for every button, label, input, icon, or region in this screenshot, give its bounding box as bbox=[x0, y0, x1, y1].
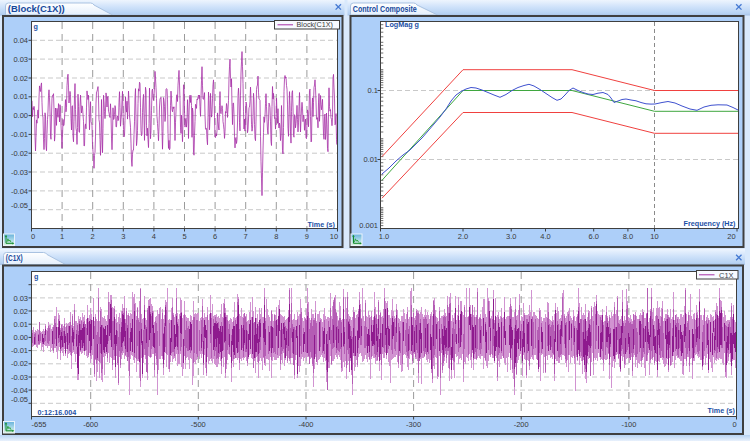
svg-text:-300: -300 bbox=[406, 420, 421, 429]
svg-text:2: 2 bbox=[91, 232, 95, 241]
svg-text:1.0: 1.0 bbox=[379, 232, 389, 241]
svg-text:0:12:16.004: 0:12:16.004 bbox=[38, 408, 77, 417]
svg-text:9: 9 bbox=[305, 232, 309, 241]
svg-text:0.01: 0.01 bbox=[13, 92, 28, 101]
svg-text:-0.03: -0.03 bbox=[11, 168, 28, 177]
svg-text:Control Composite: Control Composite bbox=[353, 4, 417, 14]
svg-text:-0.05: -0.05 bbox=[11, 201, 28, 210]
svg-text:g: g bbox=[34, 22, 38, 31]
svg-text:-0.01: -0.01 bbox=[11, 346, 28, 355]
svg-text:1: 1 bbox=[60, 232, 64, 241]
svg-text:(Block(C1X)): (Block(C1X)) bbox=[8, 4, 65, 14]
svg-text:-100: -100 bbox=[621, 420, 636, 429]
svg-text:0.04: 0.04 bbox=[13, 36, 28, 45]
svg-text:Time (s): Time (s) bbox=[308, 220, 336, 229]
svg-text:-0.05: -0.05 bbox=[11, 395, 28, 404]
svg-text:3: 3 bbox=[121, 232, 125, 241]
svg-text:-0.02: -0.02 bbox=[11, 359, 28, 368]
svg-text:C1X: C1X bbox=[719, 271, 734, 280]
svg-text:Block(C1X): Block(C1X) bbox=[297, 20, 333, 29]
svg-text:(C1X): (C1X) bbox=[6, 253, 23, 263]
svg-text:0: 0 bbox=[732, 420, 736, 429]
svg-text:6.0: 6.0 bbox=[588, 232, 598, 241]
svg-text:0.03: 0.03 bbox=[13, 294, 28, 303]
svg-text:-600: -600 bbox=[83, 420, 98, 429]
svg-text:LogMag g: LogMag g bbox=[385, 20, 419, 29]
svg-text:0.00: 0.00 bbox=[13, 111, 28, 120]
svg-text:10: 10 bbox=[330, 232, 338, 241]
svg-text:0: 0 bbox=[31, 232, 35, 241]
svg-text:0.01: 0.01 bbox=[13, 320, 28, 329]
svg-text:Frequency (Hz): Frequency (Hz) bbox=[684, 219, 737, 228]
svg-text:0.02: 0.02 bbox=[13, 307, 28, 316]
svg-text:-500: -500 bbox=[191, 420, 206, 429]
svg-text:-0.04: -0.04 bbox=[11, 386, 28, 395]
svg-text:2.0: 2.0 bbox=[458, 232, 468, 241]
svg-text:10: 10 bbox=[650, 232, 658, 241]
svg-text:-0.03: -0.03 bbox=[11, 373, 28, 382]
svg-text:0.00: 0.00 bbox=[13, 333, 28, 342]
svg-text:20: 20 bbox=[727, 232, 735, 241]
svg-text:-655: -655 bbox=[31, 420, 46, 429]
svg-text:0.01: 0.01 bbox=[363, 155, 378, 164]
svg-text:-0.02: -0.02 bbox=[11, 149, 28, 158]
svg-text:6: 6 bbox=[213, 232, 217, 241]
svg-text:3.0: 3.0 bbox=[506, 232, 516, 241]
svg-text:8: 8 bbox=[274, 232, 278, 241]
svg-text:-0.04: -0.04 bbox=[11, 187, 28, 196]
svg-text:0.1: 0.1 bbox=[368, 86, 378, 95]
svg-text:7: 7 bbox=[244, 232, 248, 241]
svg-text:-400: -400 bbox=[298, 420, 313, 429]
svg-text:4.0: 4.0 bbox=[540, 232, 550, 241]
svg-text:Time (s): Time (s) bbox=[708, 406, 736, 415]
svg-text:g: g bbox=[34, 272, 38, 281]
svg-text:5: 5 bbox=[182, 232, 186, 241]
svg-text:-0.01: -0.01 bbox=[11, 130, 28, 139]
svg-text:-200: -200 bbox=[514, 420, 529, 429]
svg-text:8.0: 8.0 bbox=[623, 232, 633, 241]
svg-text:0.001: 0.001 bbox=[359, 221, 378, 230]
svg-text:4: 4 bbox=[152, 232, 156, 241]
svg-text:0.03: 0.03 bbox=[13, 55, 28, 64]
svg-text:0.02: 0.02 bbox=[13, 74, 28, 83]
